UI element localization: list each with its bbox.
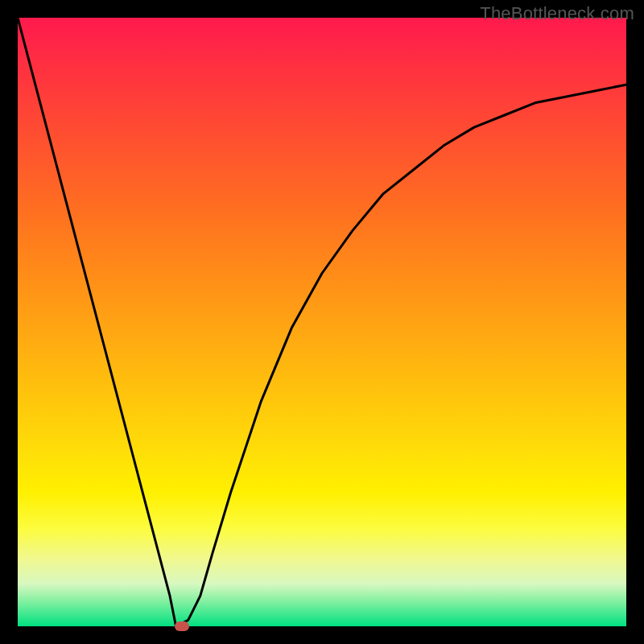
brand-label: TheBottleneck.com xyxy=(480,3,634,24)
curve-path xyxy=(18,18,626,626)
optimum-marker xyxy=(175,621,189,631)
chart-plot-area xyxy=(18,18,626,626)
bottleneck-curve xyxy=(18,18,626,626)
